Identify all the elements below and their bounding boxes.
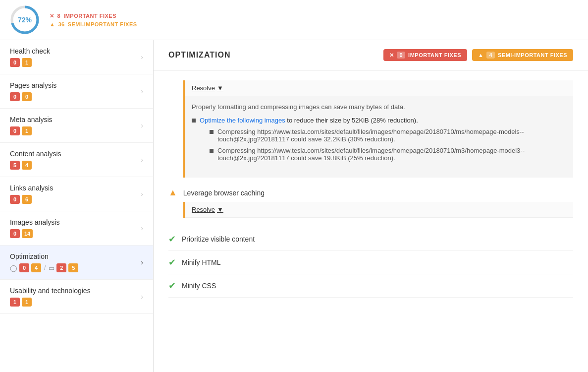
resolve-chevron-2: ▼: [217, 206, 223, 213]
sidebar-item-images[interactable]: Images analysis 0 14 ›: [0, 211, 153, 246]
usability-badge-red: 1: [10, 298, 20, 307]
sidebar-item-left: Health check 0 1: [10, 47, 50, 67]
chevron-right-icon: ›: [141, 87, 143, 95]
link-suffix: to reduce their size by 52KiB (28% reduc…: [285, 117, 418, 124]
chevron-right-icon: ›: [141, 224, 143, 232]
sidebar-content-title: Content analysis: [10, 150, 61, 158]
meta-badge-red: 0: [10, 126, 20, 135]
resolve-label-2: Resolve: [192, 206, 215, 213]
sidebar-links-title: Links analysis: [10, 184, 53, 192]
resolve-item-content: Optimize the following images to reduce …: [200, 117, 566, 166]
opt-mobile-badge-orange: 4: [31, 263, 41, 272]
header-important-label: IMPORTANT FIXES: [408, 52, 461, 58]
prioritize-title: Prioritize visible content: [182, 235, 255, 243]
panel-header: OPTIMIZATION ✕ 0 IMPORTANT FIXES ▲ 4 SEM…: [154, 40, 588, 70]
sidebar: Health check 0 1 › Pages analysis 0 0 ›: [0, 40, 154, 372]
resolve-body: Properly formatting and compressing imag…: [185, 96, 573, 178]
sidebar-item-pages[interactable]: Pages analysis 0 0 ›: [0, 74, 153, 109]
sidebar-item-links[interactable]: Links analysis 0 6 ›: [0, 177, 153, 211]
images-badge-red: 0: [10, 229, 20, 238]
sidebar-item-meta[interactable]: Meta analysis 0 1 ›: [0, 109, 153, 143]
optimize-images-issue: Resolve ▼ Properly formatting and compre…: [168, 80, 573, 178]
chevron-right-icon: ›: [141, 258, 143, 266]
bullet-icon: [210, 130, 214, 134]
minify-css-title: Minify CSS: [182, 282, 216, 290]
sidebar-item-left: Links analysis 0 6: [10, 184, 53, 204]
header-x-icon: ✕: [389, 52, 394, 59]
important-label: IMPORTANT FIXES: [63, 13, 116, 19]
header-semi-label: SEMI-IMPORTANT FIXES: [498, 52, 567, 58]
main-panel: OPTIMIZATION ✕ 0 IMPORTANT FIXES ▲ 4 SEM…: [154, 40, 588, 372]
pages-badge-orange: 0: [22, 92, 32, 101]
resolve-panel-caching: Resolve ▼: [183, 202, 573, 218]
header-warning-icon: ▲: [478, 52, 483, 58]
sidebar-item-left: Pages analysis 0 0: [10, 81, 56, 101]
compression-text-1: Compressing https://www.tesla.com/sites/…: [217, 128, 566, 143]
score-text: 72%: [18, 16, 32, 24]
chevron-right-icon: ›: [141, 122, 143, 129]
minify-css-item: ✔ Minify CSS: [168, 274, 573, 298]
links-badges: 0 6: [10, 195, 53, 204]
important-count: 8: [57, 13, 61, 19]
check-icon: ✔: [168, 257, 176, 268]
sub-list: Compressing https://www.tesla.com/sites/…: [210, 128, 566, 162]
slash-divider: /: [44, 264, 46, 271]
header-important-badge: ✕ 0 IMPORTANT FIXES: [383, 49, 467, 61]
header-important-count: 0: [397, 52, 405, 59]
images-badge-orange: 14: [22, 229, 33, 238]
resolve-link-2[interactable]: Resolve ▼: [192, 206, 566, 213]
score-circle: 72%: [10, 5, 40, 35]
sidebar-usability-title: Usability and technologies: [10, 287, 91, 295]
sidebar-item-left: Images analysis 0 14: [10, 218, 59, 238]
top-bar: 72% ✕ 8 IMPORTANT FIXES ▲ 36 SEMI-IMPORT…: [0, 0, 588, 40]
header-semi-count: 4: [486, 52, 495, 59]
pages-badge-red: 0: [10, 92, 20, 101]
content-badge-orange: 4: [22, 161, 32, 170]
resolve-list-item: Optimize the following images to reduce …: [192, 117, 566, 166]
resolve-chevron: ▼: [217, 84, 223, 92]
x-icon: ✕: [50, 13, 54, 19]
header-badges: ✕ 0 IMPORTANT FIXES ▲ 4 SEMI-IMPORTANT F…: [383, 49, 573, 61]
panel-title: OPTIMIZATION: [168, 51, 230, 60]
sidebar-item-usability[interactable]: Usability and technologies 1 1 ›: [0, 280, 153, 314]
pages-badges: 0 0: [10, 92, 56, 101]
chevron-right-icon: ›: [141, 293, 143, 301]
optimize-images-link[interactable]: Optimize the following images: [200, 117, 285, 124]
issue-row-leverage: ▲ Leverage browser caching: [168, 187, 573, 198]
opt-desktop-badge-orange: 5: [68, 263, 78, 272]
score-badges: ✕ 8 IMPORTANT FIXES ▲ 36 SEMI-IMPORTANT …: [50, 13, 137, 27]
sidebar-images-title: Images analysis: [10, 218, 59, 226]
chevron-right-icon: ›: [141, 53, 143, 61]
opt-mobile-badge-red: 0: [19, 263, 29, 272]
sidebar-item-left: Content analysis 5 4: [10, 150, 61, 170]
images-badges: 0 14: [10, 229, 59, 238]
panel-body: Resolve ▼ Properly formatting and compre…: [154, 70, 588, 308]
usability-badge-orange: 1: [22, 298, 32, 307]
health-badges: 0 1: [10, 58, 50, 67]
meta-badge-orange: 1: [22, 126, 32, 135]
resolve-list: Optimize the following images to reduce …: [192, 117, 566, 166]
leverage-caching-issue: ▲ Leverage browser caching Resolve ▼: [168, 187, 573, 218]
check-icon: ✔: [168, 280, 176, 291]
sidebar-item-content[interactable]: Content analysis 5 4 ›: [0, 143, 153, 177]
bullet-icon: [192, 119, 196, 123]
sidebar-item-optimization[interactable]: Optimization ◯ 0 4 / ▭ 2 5 ›: [0, 246, 153, 280]
important-fixes-row: ✕ 8 IMPORTANT FIXES: [50, 13, 137, 19]
main-content: Health check 0 1 › Pages analysis 0 0 ›: [0, 40, 588, 372]
health-badge-orange: 1: [22, 58, 32, 67]
sidebar-item-health-check[interactable]: Health check 0 1 ›: [0, 40, 153, 74]
chevron-right-icon: ›: [141, 190, 143, 198]
sidebar-meta-title: Meta analysis: [10, 116, 53, 124]
sidebar-item-left: Usability and technologies 1 1: [10, 287, 91, 307]
minify-html-item: ✔ Minify HTML: [168, 251, 573, 274]
sidebar-item-left: Meta analysis 0 1: [10, 116, 53, 135]
content-badge-red: 5: [10, 161, 20, 170]
compression-text-2: Compressing https://www.tesla.com/sites/…: [217, 147, 566, 162]
warning-icon: ▲: [168, 187, 177, 198]
resolve-link[interactable]: Resolve ▼: [192, 84, 566, 92]
desktop-icon: ▭: [49, 264, 54, 272]
compression-item-1: Compressing https://www.tesla.com/sites/…: [210, 128, 566, 143]
check-icon: ✔: [168, 234, 176, 245]
opt-desktop-badge-red: 2: [56, 263, 66, 272]
warning-icon: ▲: [50, 21, 55, 27]
